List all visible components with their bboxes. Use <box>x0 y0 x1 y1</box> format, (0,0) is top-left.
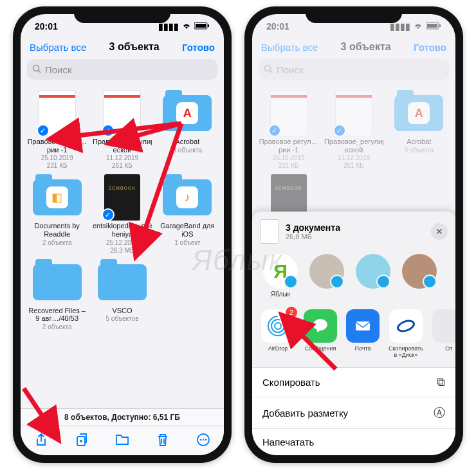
app-label: Скопировать в «Диск» <box>389 345 423 358</box>
folder-name: GarageBand для iOS <box>158 222 217 238</box>
app-label: От <box>445 345 452 352</box>
status-icons: ▮▮▮▮ <box>158 21 210 32</box>
airdrop-app[interactable]: 2 AirDrop <box>261 309 295 358</box>
search-field[interactable]: Поиск <box>259 59 449 80</box>
disk-icon <box>389 309 423 343</box>
airdrop-contacts-row: Я Яблык <box>252 250 455 305</box>
app-label: AirDrop <box>268 345 288 352</box>
folder-sub: 2 объекта <box>42 239 72 246</box>
mail-app[interactable]: Почта <box>346 309 380 358</box>
sheet-title: 3 документа <box>286 222 340 233</box>
app-label: Сообщения <box>305 345 336 352</box>
screen-right: 20:01 ▮▮▮▮ Выбрать все 3 объекта Готово … <box>252 14 455 455</box>
folder-item[interactable]: VSCO 5 объектов <box>91 258 153 333</box>
file-name: Правовое регул…рии -1 <box>259 138 318 154</box>
close-button[interactable]: ✕ <box>431 223 448 240</box>
contact-item[interactable] <box>307 254 346 298</box>
notch <box>306 6 402 23</box>
notch <box>74 6 170 23</box>
phone-left: 20:01 ▮▮▮▮ Выбрать все 3 объекта Готово … <box>13 6 232 463</box>
action-label: Напечатать <box>262 437 314 447</box>
svg-line-4 <box>39 70 41 73</box>
avatar <box>356 254 390 289</box>
sheet-header: 3 документа 26,8 МБ ✕ <box>252 218 455 250</box>
svg-point-22 <box>313 319 327 330</box>
file-size: 231 КБ <box>47 162 68 169</box>
action-label: Скопировать <box>262 377 320 388</box>
file-item[interactable]: ✓Правовое_регулиро…еской11.12.2019261 КБ <box>322 89 385 172</box>
folder-thumbnail: A <box>163 91 212 135</box>
contact-item[interactable] <box>400 254 439 298</box>
contact-item[interactable]: Я Яблык <box>261 254 300 298</box>
svg-point-9 <box>205 438 206 440</box>
folder-name: Acrobat <box>407 138 431 146</box>
folder-item[interactable]: Recovered Files – 9 авг…/40/53 2 объекта <box>26 258 88 333</box>
navbar: Выбрать все 3 объекта Готово <box>21 39 224 57</box>
svg-point-17 <box>265 65 271 71</box>
action-label: Добавить разметку <box>262 408 348 419</box>
bottom-toolbar <box>21 426 224 455</box>
file-grid: ✓Правовое регул…рии -125.10.2019231 КБ ✓… <box>252 85 455 228</box>
search-placeholder: Поиск <box>45 64 72 75</box>
garageband-icon: ♪ <box>176 186 198 208</box>
file-item[interactable]: ✓Правовое регул…рии -125.10.2019231 КБ <box>257 89 320 172</box>
document-icon <box>260 219 279 244</box>
svg-line-18 <box>270 70 273 73</box>
avatar <box>309 254 344 289</box>
folder-item[interactable]: A Acrobat 3 объекта <box>156 89 219 172</box>
move-button[interactable] <box>114 432 130 450</box>
search-field[interactable]: Поиск <box>27 59 217 80</box>
share-button[interactable] <box>33 432 49 450</box>
messages-app[interactable]: Сообщения <box>304 309 337 358</box>
duplicate-button[interactable] <box>74 432 89 450</box>
done-button[interactable]: Готово <box>414 42 446 53</box>
folder-item[interactable]: ◧ Documents by Readdle 2 объекта <box>26 173 88 256</box>
markup-icon: Ⓐ <box>434 405 445 420</box>
file-name: Правовое_регулиро…еской <box>93 138 152 154</box>
file-date: 25.10.2019 <box>41 154 73 161</box>
delete-button[interactable] <box>155 432 170 450</box>
status-time: 20:01 <box>266 21 289 32</box>
svg-point-20 <box>271 320 284 332</box>
file-name: Правовое_регулиро…еской <box>324 138 383 154</box>
file-item[interactable]: ✓ Правовое_регулиро…еской 11.12.2019 261… <box>91 89 153 172</box>
markup-action[interactable]: Добавить разметку Ⓐ <box>252 397 455 429</box>
battery-icon <box>194 21 210 32</box>
book-thumbnail: SEMBOOK✓ <box>98 176 147 219</box>
more-button[interactable] <box>196 432 211 450</box>
done-button[interactable]: Готово <box>182 42 215 53</box>
navbar: Выбрать все 3 объекта Готово <box>252 39 455 57</box>
file-date: 25.12.2019 <box>106 239 138 246</box>
sheet-subtitle: 26,8 МБ <box>286 233 340 240</box>
search-icon <box>32 64 41 75</box>
wifi-icon <box>181 21 192 32</box>
status-time: 20:01 <box>35 21 58 32</box>
file-item[interactable]: SEMBOOK✓ entsiklopediya_poisko…heniya 25… <box>91 173 153 256</box>
navbar-title: 3 объекта <box>341 41 391 53</box>
file-item[interactable]: ✓ Правовое регул…рии -1 25.10.2019 231 К… <box>26 89 88 172</box>
file-date: 11.12.2019 <box>106 154 138 161</box>
folder-sub: 3 объекта <box>405 147 434 154</box>
print-action[interactable]: Напечатать <box>252 429 455 455</box>
folder-item[interactable]: AAcrobat3 объекта <box>388 89 450 172</box>
folder-sub: 2 объекта <box>42 323 72 330</box>
select-all-button[interactable]: Выбрать все <box>261 42 318 53</box>
storage-footer: 8 объектов, Доступно: 6,51 ГБ <box>21 408 224 426</box>
folder-sub: 3 объекта <box>173 147 203 154</box>
svg-point-24 <box>396 319 415 333</box>
yandex-disk-app[interactable]: Скопировать в «Диск» <box>389 309 423 358</box>
screen-left: 20:01 ▮▮▮▮ Выбрать все 3 объекта Готово … <box>21 14 224 455</box>
app-overflow[interactable]: От <box>432 309 455 358</box>
svg-rect-1 <box>208 24 209 27</box>
avatar: Я <box>263 254 298 289</box>
folder-item[interactable]: ♪ GarageBand для iOS 1 объект <box>156 173 219 256</box>
select-all-button[interactable]: Выбрать все <box>30 42 86 53</box>
folder-sub: 1 объект <box>174 239 200 246</box>
avatar <box>402 254 437 289</box>
file-name: Правовое регул…рии -1 <box>28 138 87 154</box>
folder-sub: 5 объектов <box>106 315 139 322</box>
file-size: 261 КБ <box>112 162 133 169</box>
file-size: 231 КБ <box>279 162 299 169</box>
contact-item[interactable] <box>354 254 392 298</box>
copy-action[interactable]: Скопировать ⧉ <box>252 368 455 397</box>
